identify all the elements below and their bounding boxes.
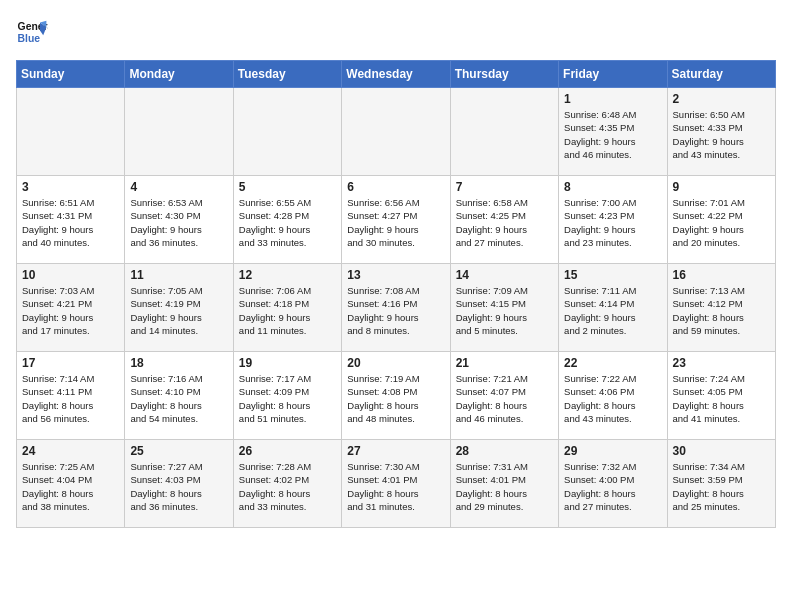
- calendar-week-5: 24Sunrise: 7:25 AM Sunset: 4:04 PM Dayli…: [17, 440, 776, 528]
- calendar-table: SundayMondayTuesdayWednesdayThursdayFrid…: [16, 60, 776, 528]
- day-detail: Sunrise: 6:58 AM Sunset: 4:25 PM Dayligh…: [456, 196, 553, 249]
- weekday-header-tuesday: Tuesday: [233, 61, 341, 88]
- weekday-header-thursday: Thursday: [450, 61, 558, 88]
- day-number: 29: [564, 444, 661, 458]
- calendar-cell-1-1: [17, 88, 125, 176]
- day-number: 9: [673, 180, 770, 194]
- day-number: 11: [130, 268, 227, 282]
- day-number: 13: [347, 268, 444, 282]
- calendar-cell-3-3: 12Sunrise: 7:06 AM Sunset: 4:18 PM Dayli…: [233, 264, 341, 352]
- day-number: 18: [130, 356, 227, 370]
- day-detail: Sunrise: 7:13 AM Sunset: 4:12 PM Dayligh…: [673, 284, 770, 337]
- calendar-week-2: 3Sunrise: 6:51 AM Sunset: 4:31 PM Daylig…: [17, 176, 776, 264]
- calendar-cell-1-7: 2Sunrise: 6:50 AM Sunset: 4:33 PM Daylig…: [667, 88, 775, 176]
- logo-icon: General Blue: [16, 16, 48, 48]
- calendar-cell-5-1: 24Sunrise: 7:25 AM Sunset: 4:04 PM Dayli…: [17, 440, 125, 528]
- calendar-cell-4-3: 19Sunrise: 7:17 AM Sunset: 4:09 PM Dayli…: [233, 352, 341, 440]
- day-number: 2: [673, 92, 770, 106]
- day-number: 25: [130, 444, 227, 458]
- day-number: 10: [22, 268, 119, 282]
- calendar-cell-5-5: 28Sunrise: 7:31 AM Sunset: 4:01 PM Dayli…: [450, 440, 558, 528]
- day-detail: Sunrise: 7:17 AM Sunset: 4:09 PM Dayligh…: [239, 372, 336, 425]
- calendar-body: 1Sunrise: 6:48 AM Sunset: 4:35 PM Daylig…: [17, 88, 776, 528]
- calendar-cell-5-7: 30Sunrise: 7:34 AM Sunset: 3:59 PM Dayli…: [667, 440, 775, 528]
- calendar-cell-2-7: 9Sunrise: 7:01 AM Sunset: 4:22 PM Daylig…: [667, 176, 775, 264]
- day-number: 27: [347, 444, 444, 458]
- day-detail: Sunrise: 7:34 AM Sunset: 3:59 PM Dayligh…: [673, 460, 770, 513]
- day-number: 6: [347, 180, 444, 194]
- day-detail: Sunrise: 7:31 AM Sunset: 4:01 PM Dayligh…: [456, 460, 553, 513]
- day-detail: Sunrise: 7:24 AM Sunset: 4:05 PM Dayligh…: [673, 372, 770, 425]
- day-detail: Sunrise: 6:53 AM Sunset: 4:30 PM Dayligh…: [130, 196, 227, 249]
- day-detail: Sunrise: 7:09 AM Sunset: 4:15 PM Dayligh…: [456, 284, 553, 337]
- day-number: 19: [239, 356, 336, 370]
- day-number: 4: [130, 180, 227, 194]
- calendar-cell-4-6: 22Sunrise: 7:22 AM Sunset: 4:06 PM Dayli…: [559, 352, 667, 440]
- logo: General Blue: [16, 16, 52, 48]
- calendar-cell-5-3: 26Sunrise: 7:28 AM Sunset: 4:02 PM Dayli…: [233, 440, 341, 528]
- calendar-cell-3-1: 10Sunrise: 7:03 AM Sunset: 4:21 PM Dayli…: [17, 264, 125, 352]
- day-detail: Sunrise: 7:08 AM Sunset: 4:16 PM Dayligh…: [347, 284, 444, 337]
- calendar-cell-1-2: [125, 88, 233, 176]
- day-detail: Sunrise: 7:14 AM Sunset: 4:11 PM Dayligh…: [22, 372, 119, 425]
- day-number: 14: [456, 268, 553, 282]
- day-detail: Sunrise: 6:50 AM Sunset: 4:33 PM Dayligh…: [673, 108, 770, 161]
- day-number: 3: [22, 180, 119, 194]
- day-number: 21: [456, 356, 553, 370]
- day-number: 8: [564, 180, 661, 194]
- page-header: General Blue: [16, 16, 776, 48]
- calendar-cell-1-4: [342, 88, 450, 176]
- day-detail: Sunrise: 6:56 AM Sunset: 4:27 PM Dayligh…: [347, 196, 444, 249]
- calendar-week-3: 10Sunrise: 7:03 AM Sunset: 4:21 PM Dayli…: [17, 264, 776, 352]
- day-number: 23: [673, 356, 770, 370]
- day-detail: Sunrise: 6:55 AM Sunset: 4:28 PM Dayligh…: [239, 196, 336, 249]
- day-detail: Sunrise: 7:05 AM Sunset: 4:19 PM Dayligh…: [130, 284, 227, 337]
- day-number: 28: [456, 444, 553, 458]
- day-detail: Sunrise: 6:48 AM Sunset: 4:35 PM Dayligh…: [564, 108, 661, 161]
- day-number: 15: [564, 268, 661, 282]
- day-number: 16: [673, 268, 770, 282]
- weekday-header-saturday: Saturday: [667, 61, 775, 88]
- calendar-cell-2-2: 4Sunrise: 6:53 AM Sunset: 4:30 PM Daylig…: [125, 176, 233, 264]
- day-number: 12: [239, 268, 336, 282]
- day-number: 26: [239, 444, 336, 458]
- calendar-cell-4-5: 21Sunrise: 7:21 AM Sunset: 4:07 PM Dayli…: [450, 352, 558, 440]
- calendar-cell-2-3: 5Sunrise: 6:55 AM Sunset: 4:28 PM Daylig…: [233, 176, 341, 264]
- calendar-cell-1-3: [233, 88, 341, 176]
- day-detail: Sunrise: 6:51 AM Sunset: 4:31 PM Dayligh…: [22, 196, 119, 249]
- day-number: 1: [564, 92, 661, 106]
- day-detail: Sunrise: 7:19 AM Sunset: 4:08 PM Dayligh…: [347, 372, 444, 425]
- calendar-cell-5-2: 25Sunrise: 7:27 AM Sunset: 4:03 PM Dayli…: [125, 440, 233, 528]
- day-number: 20: [347, 356, 444, 370]
- calendar-cell-3-7: 16Sunrise: 7:13 AM Sunset: 4:12 PM Dayli…: [667, 264, 775, 352]
- calendar-cell-2-1: 3Sunrise: 6:51 AM Sunset: 4:31 PM Daylig…: [17, 176, 125, 264]
- calendar-cell-3-6: 15Sunrise: 7:11 AM Sunset: 4:14 PM Dayli…: [559, 264, 667, 352]
- day-detail: Sunrise: 7:00 AM Sunset: 4:23 PM Dayligh…: [564, 196, 661, 249]
- weekday-header-row: SundayMondayTuesdayWednesdayThursdayFrid…: [17, 61, 776, 88]
- calendar-cell-4-2: 18Sunrise: 7:16 AM Sunset: 4:10 PM Dayli…: [125, 352, 233, 440]
- day-detail: Sunrise: 7:16 AM Sunset: 4:10 PM Dayligh…: [130, 372, 227, 425]
- day-detail: Sunrise: 7:21 AM Sunset: 4:07 PM Dayligh…: [456, 372, 553, 425]
- weekday-header-monday: Monday: [125, 61, 233, 88]
- weekday-header-wednesday: Wednesday: [342, 61, 450, 88]
- calendar-cell-2-5: 7Sunrise: 6:58 AM Sunset: 4:25 PM Daylig…: [450, 176, 558, 264]
- day-number: 17: [22, 356, 119, 370]
- weekday-header-friday: Friday: [559, 61, 667, 88]
- day-detail: Sunrise: 7:22 AM Sunset: 4:06 PM Dayligh…: [564, 372, 661, 425]
- day-detail: Sunrise: 7:03 AM Sunset: 4:21 PM Dayligh…: [22, 284, 119, 337]
- day-number: 30: [673, 444, 770, 458]
- calendar-week-1: 1Sunrise: 6:48 AM Sunset: 4:35 PM Daylig…: [17, 88, 776, 176]
- day-detail: Sunrise: 7:01 AM Sunset: 4:22 PM Dayligh…: [673, 196, 770, 249]
- day-number: 24: [22, 444, 119, 458]
- calendar-cell-3-2: 11Sunrise: 7:05 AM Sunset: 4:19 PM Dayli…: [125, 264, 233, 352]
- calendar-cell-3-5: 14Sunrise: 7:09 AM Sunset: 4:15 PM Dayli…: [450, 264, 558, 352]
- weekday-header-sunday: Sunday: [17, 61, 125, 88]
- day-number: 22: [564, 356, 661, 370]
- day-number: 7: [456, 180, 553, 194]
- svg-text:Blue: Blue: [18, 33, 41, 44]
- day-detail: Sunrise: 7:32 AM Sunset: 4:00 PM Dayligh…: [564, 460, 661, 513]
- day-detail: Sunrise: 7:28 AM Sunset: 4:02 PM Dayligh…: [239, 460, 336, 513]
- calendar-cell-5-4: 27Sunrise: 7:30 AM Sunset: 4:01 PM Dayli…: [342, 440, 450, 528]
- calendar-cell-5-6: 29Sunrise: 7:32 AM Sunset: 4:00 PM Dayli…: [559, 440, 667, 528]
- calendar-cell-2-4: 6Sunrise: 6:56 AM Sunset: 4:27 PM Daylig…: [342, 176, 450, 264]
